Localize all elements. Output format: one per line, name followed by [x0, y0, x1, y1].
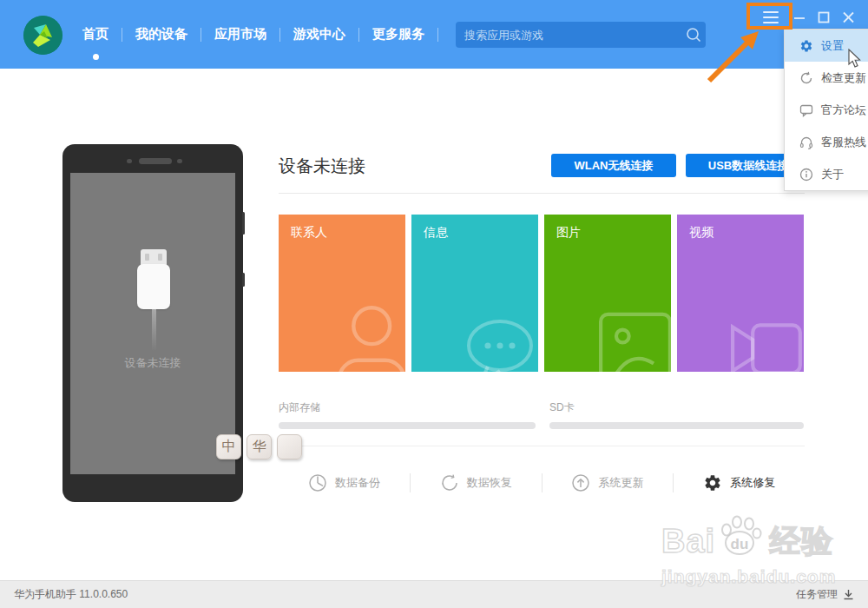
- system-repair-button[interactable]: 系统修复: [674, 473, 805, 492]
- svg-text:du: du: [731, 536, 749, 552]
- tile-label: 图片: [556, 225, 581, 241]
- info-icon: [799, 168, 813, 182]
- nav-tab-label: 首页: [82, 26, 108, 41]
- picture-icon: [588, 300, 671, 372]
- restore-icon: [440, 473, 459, 492]
- menu-item-label: 关于: [821, 167, 844, 182]
- search-box[interactable]: [456, 22, 706, 48]
- menu-item-label: 客服热线: [821, 135, 866, 150]
- internal-storage-bar: [279, 422, 536, 429]
- menu-hamburger-button[interactable]: [762, 9, 779, 26]
- phone-sensor-dot: [177, 159, 182, 163]
- task-manager-label: 任务管理: [796, 587, 838, 602]
- phone-status-text: 设备未连接: [70, 355, 235, 371]
- ime-indicator: 中 华: [216, 434, 302, 459]
- tile-label: 视频: [689, 225, 713, 241]
- phone-power-button: [242, 273, 245, 287]
- tile-label: 联系人: [291, 225, 327, 241]
- ime-key-blank[interactable]: [277, 434, 302, 459]
- nav-tab-my-devices[interactable]: 我的设备: [122, 26, 201, 43]
- tile-contacts[interactable]: 联系人: [279, 215, 405, 372]
- ime-key-hua[interactable]: 华: [247, 434, 272, 459]
- gear-icon: [799, 39, 813, 53]
- category-tiles: 联系人 信息 图片 视频: [279, 215, 804, 372]
- phone-camera-dot: [127, 159, 132, 163]
- system-update-button[interactable]: 系统更新: [542, 473, 674, 492]
- hisuite-window: 首页 我的设备 应用市场 游戏中心 更多服务: [0, 0, 868, 608]
- tile-messages[interactable]: 信息: [411, 215, 538, 372]
- phone-volume-button: [242, 212, 245, 235]
- forum-icon: [799, 103, 813, 117]
- data-restore-button[interactable]: 数据恢复: [411, 473, 542, 492]
- menu-item-check-updates[interactable]: 检查更新: [785, 62, 868, 94]
- header-bar: 首页 我的设备 应用市场 游戏中心 更多服务: [0, 0, 868, 69]
- minimize-button[interactable]: [793, 9, 806, 26]
- action-label: 系统修复: [730, 475, 775, 491]
- minimize-icon: [793, 10, 806, 24]
- app-version-text: 华为手机助手 11.0.0.650: [14, 587, 128, 602]
- phone-screen: 设备未连接: [70, 173, 235, 474]
- repair-icon: [703, 473, 722, 492]
- tile-pictures[interactable]: 图片: [544, 215, 671, 372]
- nav-tab-game-center[interactable]: 游戏中心: [280, 26, 358, 43]
- ime-key-zhong[interactable]: 中: [216, 434, 241, 459]
- divider: [279, 193, 805, 194]
- headset-icon: [799, 135, 813, 149]
- menu-item-label: 检查更新: [821, 70, 866, 86]
- contact-icon: [322, 295, 405, 372]
- wlan-connect-button[interactable]: WLAN无线连接: [551, 154, 676, 177]
- sd-card-label: SD卡: [549, 400, 575, 415]
- update-icon: [571, 473, 590, 492]
- data-backup-button[interactable]: 数据备份: [279, 473, 410, 492]
- tile-videos[interactable]: 视频: [677, 215, 804, 372]
- usb-cable: [152, 309, 156, 351]
- refresh-icon: [799, 71, 813, 85]
- internal-storage-label: 内部存储: [279, 400, 320, 415]
- action-label: 数据备份: [335, 475, 380, 491]
- watermark-brand-left: Bai: [661, 523, 715, 560]
- quick-actions: 数据备份 数据恢复 系统更新 系统修复: [279, 466, 805, 500]
- menu-item-service-hotline[interactable]: 客服热线: [785, 126, 868, 158]
- video-icon: [719, 300, 804, 372]
- nav-tab-app-market[interactable]: 应用市场: [201, 26, 279, 43]
- paw-icon: du: [717, 514, 762, 561]
- download-tray-icon: [843, 589, 854, 600]
- nav-tab-home[interactable]: 首页: [69, 26, 122, 43]
- hamburger-icon: [762, 10, 779, 24]
- watermark-brand-cn: 经验: [769, 520, 833, 563]
- search-icon[interactable]: [683, 27, 706, 43]
- sd-card-bar: [549, 422, 804, 429]
- usb-plug-body: [137, 264, 170, 309]
- nav-separator: [437, 28, 438, 42]
- app-logo: [23, 16, 62, 55]
- task-manager-button[interactable]: 任务管理: [796, 587, 854, 602]
- message-icon: [453, 304, 538, 372]
- backup-icon: [308, 473, 327, 492]
- action-label: 系统更新: [598, 475, 643, 491]
- menu-item-about[interactable]: 关于: [785, 158, 868, 190]
- baidu-watermark: Bai du 经验 jingyan.baidu.com: [661, 518, 836, 587]
- active-tab-dot: [93, 54, 99, 60]
- tile-label: 信息: [424, 225, 448, 241]
- action-label: 数据恢复: [467, 475, 512, 491]
- menu-item-label: 设置: [821, 38, 844, 54]
- menu-item-official-forum[interactable]: 官方论坛: [785, 94, 868, 126]
- divider: [279, 446, 805, 446]
- logo-bird-icon: [23, 16, 62, 55]
- menu-item-label: 官方论坛: [821, 102, 866, 118]
- main-nav: 首页 我的设备 应用市场 游戏中心 更多服务: [69, 0, 438, 69]
- phone-speaker-bar: [139, 158, 172, 164]
- settings-dropdown-menu: 设置 检查更新 官方论坛 客服热线: [784, 29, 868, 191]
- close-button[interactable]: [842, 9, 855, 26]
- maximize-icon: [818, 10, 831, 24]
- status-bar: 华为手机助手 11.0.0.650 任务管理: [0, 580, 868, 608]
- nav-tab-more-services[interactable]: 更多服务: [359, 26, 437, 43]
- menu-item-settings[interactable]: 设置: [785, 30, 868, 62]
- maximize-button[interactable]: [818, 9, 831, 26]
- close-icon: [842, 10, 855, 24]
- page-title: 设备未连接: [279, 155, 365, 178]
- search-input[interactable]: [456, 29, 683, 42]
